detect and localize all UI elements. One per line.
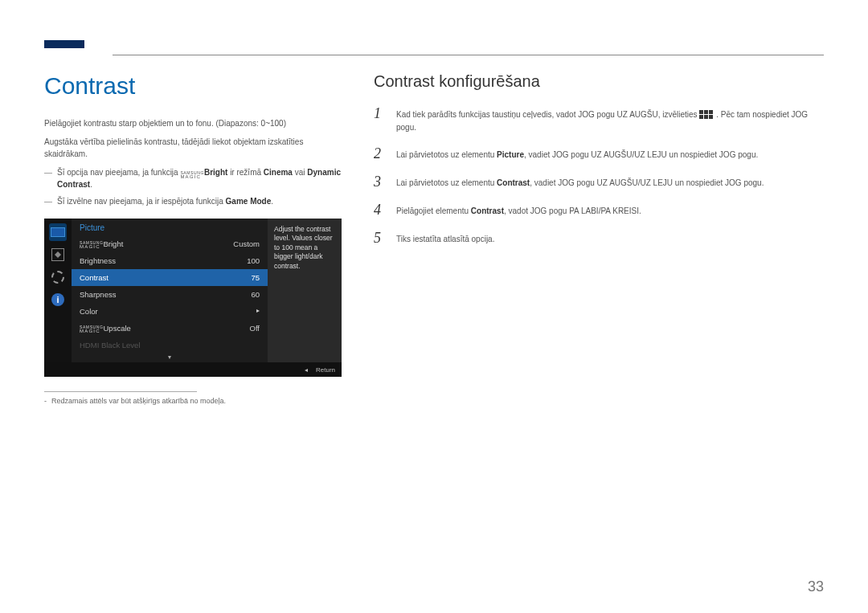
step-number: 3 <box>374 174 383 190</box>
footnote-rule <box>44 391 197 392</box>
note-1-or: vai <box>293 168 307 177</box>
row-label: Color <box>80 307 98 316</box>
magic-logo: SAMSUNGMAGIC <box>80 326 103 333</box>
osd-help-panel: Adjust the contrast level. Values closer… <box>268 219 342 362</box>
step-text: Tiks iestatīta atlasītā opcija. <box>396 230 494 247</box>
step-number: 4 <box>374 202 383 219</box>
page-number: 33 <box>808 578 824 595</box>
row-value: 75 <box>251 273 260 282</box>
row-value: Off <box>250 324 260 333</box>
step-3: 3 Lai pārvietotos uz elementu Contrast, … <box>374 174 824 190</box>
row-label: SAMSUNGMAGICBright <box>80 239 123 248</box>
chevron-down-icon[interactable]: ▾ <box>72 353 268 362</box>
footnote: - Redzamais attēls var būt atšķirīgs atk… <box>44 397 342 405</box>
osd-sidebar: i <box>44 219 72 362</box>
note-1: ― Šī opcija nav pieejama, ja funkcija SA… <box>44 166 342 190</box>
step-text: Pielāgojiet elementu Contrast, vadot JOG… <box>396 202 641 219</box>
paragraph-range: Pielāgojiet kontrastu starp objektiem un… <box>44 117 342 129</box>
note-dash: ― <box>44 195 52 207</box>
columns: Contrast Pielāgojiet kontrastu starp obj… <box>44 72 824 405</box>
paragraph-effect: Augstāka vērtība pielielinās kontrastu, … <box>44 136 342 160</box>
accent-bar <box>44 40 84 48</box>
box-icon <box>51 248 64 261</box>
step-1-a: Kad tiek parādīts funkcijas taustiņu ceļ… <box>396 110 699 119</box>
menu-grid-icon <box>699 110 714 120</box>
osd-title: Picture <box>72 219 268 235</box>
note-dash: ― <box>44 166 52 190</box>
note-2-text: Šī izvēlne nav pieejama, ja ir iespējota… <box>57 195 273 207</box>
sidebar-options-icon[interactable] <box>49 246 67 264</box>
footnote-dash: - <box>44 397 47 405</box>
sidebar-info-icon[interactable]: i <box>49 291 67 309</box>
step-3-b: , vadiet JOG pogu UZ AUGŠU/UZ LEJU un no… <box>530 178 764 187</box>
sidebar-picture-icon[interactable] <box>49 223 67 241</box>
step-4-b: , vadot JOG pogu PA LABI/PA KREISI. <box>504 206 641 215</box>
step-4-a: Pielāgojiet elementu <box>396 206 471 215</box>
step-2: 2 Lai pārvietotos uz elementu Picture, v… <box>374 145 824 162</box>
step-3-contrast: Contrast <box>497 178 530 187</box>
osd-row-magicbright[interactable]: SAMSUNGMAGICBright Custom <box>72 235 268 252</box>
subsection-title: Contrast konfigurēšana <box>374 72 824 91</box>
section-title: Contrast <box>44 72 342 100</box>
note-2-end: . <box>271 197 273 206</box>
osd-footer: ◂ Return <box>44 362 342 377</box>
note-1-cinema: Cinema <box>264 168 293 177</box>
step-1: 1 Kad tiek parādīts funkcijas taustiņu c… <box>374 105 824 134</box>
step-number: 1 <box>374 105 383 134</box>
step-2-picture: Picture <box>497 150 524 159</box>
note-1-bright: Bright <box>204 168 227 177</box>
steps-list: 1 Kad tiek parādīts funkcijas taustiņu c… <box>374 105 824 247</box>
step-text: Lai pārvietotos uz elementu Contrast, va… <box>396 174 764 190</box>
osd-main: Picture SAMSUNGMAGICBright Custom Bright… <box>72 219 268 362</box>
step-number: 5 <box>374 230 383 247</box>
magic-logo: SAMSUNGMAGIC <box>80 242 103 248</box>
osd-body: i Picture SAMSUNGMAGICBright Custom Brig… <box>44 219 342 362</box>
step-4: 4 Pielāgojiet elementu Contrast, vadot J… <box>374 202 824 219</box>
right-column: Contrast konfigurēšana 1 Kad tiek parādī… <box>374 72 824 405</box>
step-text: Lai pārvietotos uz elementu Picture, vad… <box>396 145 758 162</box>
step-text: Kad tiek parādīts funkcijas taustiņu ceļ… <box>396 105 824 134</box>
osd-rows: SAMSUNGMAGICBright Custom Brightness100 … <box>72 235 268 353</box>
row-value: 60 <box>251 290 260 299</box>
row-label: Brightness <box>80 256 116 265</box>
step-5: 5 Tiks iestatīta atlasītā opcija. <box>374 230 824 247</box>
page: Contrast Pielāgojiet kontrastu starp obj… <box>0 0 868 613</box>
top-rule <box>113 55 824 55</box>
osd-screenshot: i Picture SAMSUNGMAGICBright Custom Brig… <box>44 219 342 377</box>
step-3-a: Lai pārvietotos uz elementu <box>396 178 497 187</box>
step-number: 2 <box>374 145 383 162</box>
left-column: Contrast Pielāgojiet kontrastu starp obj… <box>44 72 342 405</box>
screen-icon <box>51 227 65 237</box>
osd-row-brightness[interactable]: Brightness100 <box>72 252 268 269</box>
note-1-text: Šī opcija nav pieejama, ja funkcija SAMS… <box>57 166 342 190</box>
row-label: Contrast <box>80 273 108 282</box>
footnote-text: Redzamais attēls var būt atšķirīgs atkar… <box>51 397 226 405</box>
row-label: SAMSUNGMAGICUpscale <box>80 324 131 333</box>
step-4-contrast: Contrast <box>471 206 504 215</box>
chevron-right-icon: ▸ <box>256 307 260 316</box>
step-2-b: , vadiet JOG pogu UZ AUGŠU/UZ LEJU un no… <box>524 150 758 159</box>
osd-row-color[interactable]: Color▸ <box>72 303 268 320</box>
osd-row-contrast[interactable]: Contrast75 <box>72 269 268 286</box>
row-label: HDMI Black Level <box>80 341 141 349</box>
magic-bot: MAGIC <box>180 174 201 179</box>
note-1-pre: Šī opcija nav pieejama, ja funkcija <box>57 168 180 177</box>
osd-row-hdmi-black: HDMI Black Level <box>72 337 268 353</box>
return-label[interactable]: Return <box>316 366 335 374</box>
sidebar-settings-icon[interactable] <box>49 268 67 286</box>
gear-icon <box>51 271 64 284</box>
nav-left-icon[interactable]: ◂ <box>305 366 308 374</box>
info-icon: i <box>51 293 64 306</box>
row-value: 100 <box>247 256 260 265</box>
note-2: ― Šī izvēlne nav pieejama, ja ir iespējo… <box>44 195 342 207</box>
magic-bright-logo: SAMSUNGMAGIC <box>180 172 203 178</box>
row-value: Custom <box>233 239 260 248</box>
osd-row-sharpness[interactable]: Sharpness60 <box>72 286 268 303</box>
note-1-mid: ir režīmā <box>227 168 263 177</box>
note-2-pre: Šī izvēlne nav pieejama, ja ir iespējota… <box>57 197 226 206</box>
osd-row-magicupscale[interactable]: SAMSUNGMAGICUpscale Off <box>72 320 268 337</box>
row-label: Sharpness <box>80 290 116 299</box>
note-1-end: . <box>90 180 92 189</box>
note-2-gamemode: Game Mode <box>226 197 272 206</box>
step-2-a: Lai pārvietotos uz elementu <box>396 150 497 159</box>
